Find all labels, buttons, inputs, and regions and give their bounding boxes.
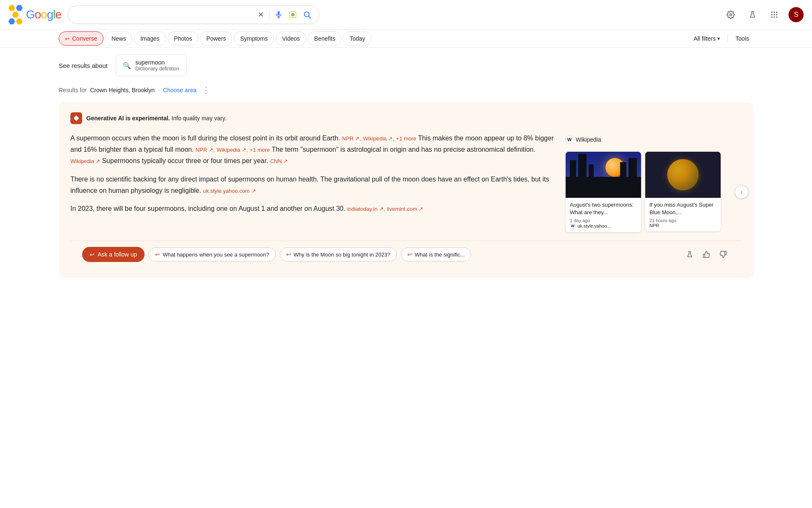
- choose-area-link[interactable]: Choose area: [163, 87, 197, 93]
- ai-disclaimer: Generative AI is experimental. Info qual…: [86, 115, 227, 122]
- followup-chip-2[interactable]: ↩ Why is the Moon so big tonight in 2023…: [280, 247, 397, 262]
- ai-answer-box: Generative AI is experimental. Info qual…: [59, 102, 753, 278]
- tab-powers[interactable]: Powers: [200, 31, 232, 46]
- honeycomb-decoration: [8, 5, 23, 24]
- see-results-chip-title: supermoon: [135, 59, 179, 66]
- wiki-w-badge: W: [566, 136, 573, 143]
- ref-wikipedia-1[interactable]: Wikipedia ↗,: [363, 135, 394, 142]
- svg-point-16: [776, 16, 777, 18]
- settings-button[interactable]: [723, 7, 738, 22]
- avatar[interactable]: S: [789, 7, 804, 22]
- logo-text: Google: [26, 8, 61, 21]
- followup-chip-3[interactable]: ↩ What is the signific...: [401, 247, 471, 262]
- card-2-source: NPR: [649, 223, 716, 228]
- ref-wikipedia-2[interactable]: Wikipedia ↗,: [217, 147, 248, 153]
- followup-chip-1[interactable]: ↩ What happens when you see a supermoon?: [149, 247, 275, 262]
- ai-feedback-section: [683, 248, 730, 261]
- ai-text-content: A supermoon occurs when the moon is full…: [70, 132, 556, 232]
- thumbs-up-icon: [703, 251, 710, 258]
- ai-paragraph-1: A supermoon occurs when the moon is full…: [70, 132, 556, 167]
- card-1-title: August's two supermoons: What are they..…: [570, 201, 637, 216]
- wikipedia-label: W Wikipedia: [566, 132, 742, 147]
- followup-bar: ↩ Ask a follow up ↩ What happens when yo…: [70, 241, 742, 268]
- ref-indiatoday[interactable]: indiatoday.in ↗,: [347, 206, 385, 212]
- svg-point-4: [292, 14, 294, 16]
- thumbs-down-button[interactable]: [716, 248, 730, 261]
- ref-wikipedia-3[interactable]: Wikipedia ↗: [70, 158, 100, 164]
- clear-button[interactable]: ✕: [257, 9, 265, 20]
- svg-point-12: [773, 14, 775, 15]
- search-bar: supermoon ✕: [68, 5, 319, 24]
- card-2-meta: 21 hours ago: [649, 218, 716, 223]
- thumbs-down-icon: [719, 251, 727, 258]
- ai-icon: [70, 112, 82, 124]
- location-separator: ·: [158, 87, 160, 93]
- flask-feedback-button[interactable]: [683, 248, 696, 261]
- search-bar-icons: ✕: [257, 9, 312, 20]
- location-more-options[interactable]: ⋮: [200, 85, 212, 96]
- wikipedia-source-section: W Wikipedia: [566, 132, 742, 147]
- see-results-label: See results about: [59, 62, 109, 69]
- ref-npr-1[interactable]: NPR ↗,: [342, 135, 361, 142]
- followup-chip-2-label: Why is the Moon so big tonight in 2023?: [294, 251, 390, 258]
- gear-icon: [727, 10, 735, 19]
- ai-content: A supermoon occurs when the moon is full…: [70, 132, 742, 232]
- svg-point-15: [773, 16, 775, 18]
- tab-images[interactable]: Images: [134, 31, 166, 46]
- tab-news-label: News: [111, 35, 126, 42]
- microphone-icon: [274, 10, 283, 19]
- ref-livemint[interactable]: livemint.com ↗: [387, 206, 424, 212]
- tab-benefits[interactable]: Benefits: [308, 31, 342, 46]
- voice-search-button[interactable]: [274, 10, 284, 20]
- ref-more-2[interactable]: +1 more: [250, 147, 270, 153]
- svg-point-13: [776, 14, 777, 15]
- ref-cnn[interactable]: CNN ↗: [270, 158, 288, 164]
- labs-button[interactable]: [745, 7, 760, 22]
- svg-point-10: [776, 12, 777, 13]
- wikipedia-source-label: Wikipedia: [576, 136, 601, 143]
- ref-more-1[interactable]: +1 more: [396, 135, 416, 142]
- card-2-caption: If you miss August's Super Blue Moon,...…: [645, 198, 721, 231]
- tab-symptoms[interactable]: Symptoms: [234, 31, 274, 46]
- ref-npr-2[interactable]: NPR ↗,: [196, 147, 215, 153]
- svg-point-11: [771, 14, 773, 15]
- svg-point-14: [771, 16, 773, 18]
- lens-search-button[interactable]: [288, 10, 298, 20]
- tab-videos[interactable]: Videos: [276, 31, 306, 46]
- tab-converse[interactable]: ↩ Converse: [59, 31, 103, 46]
- ai-paragraph-3: In 2023, there will be four supermoons, …: [70, 203, 556, 214]
- card-2-title: If you miss August's Super Blue Moon,...: [649, 201, 716, 216]
- ai-card-2[interactable]: If you miss August's Super Blue Moon,...…: [645, 152, 721, 231]
- carousel-next-button[interactable]: ›: [735, 185, 748, 199]
- thumbs-up-button[interactable]: [700, 248, 713, 261]
- svg-point-7: [730, 14, 732, 16]
- diamond-icon: [73, 115, 80, 122]
- tab-photos[interactable]: Photos: [168, 31, 199, 46]
- search-input[interactable]: supermoon: [75, 11, 253, 18]
- tab-symptoms-label: Symptoms: [240, 35, 268, 42]
- card-1-caption: August's two supermoons: What are they..…: [566, 198, 641, 232]
- followup-chip-2-icon: ↩: [286, 251, 291, 258]
- header-right: S: [723, 7, 804, 22]
- flask-icon: [748, 10, 757, 19]
- followup-arrow-icon: ↩: [90, 251, 94, 258]
- logo[interactable]: Google: [8, 5, 61, 24]
- labs-flask-icon: [686, 251, 693, 258]
- camera-icon: [289, 10, 297, 19]
- page-wrapper: Google supermoon ✕: [0, 0, 812, 278]
- ref-yahoo[interactable]: uk.style.yahoo.com ↗: [203, 188, 256, 194]
- search-submit-button[interactable]: [302, 10, 312, 20]
- tab-news[interactable]: News: [105, 31, 132, 46]
- svg-point-9: [773, 12, 775, 13]
- tabs-bar: ↩ Converse News Images Photos Powers Sym…: [0, 30, 812, 48]
- apps-button[interactable]: [767, 7, 782, 22]
- ask-followup-button[interactable]: ↩ Ask a follow up: [82, 247, 145, 262]
- converse-icon: ↩: [65, 36, 70, 42]
- tab-images-label: Images: [140, 35, 160, 42]
- tab-today[interactable]: Today: [343, 31, 371, 46]
- ai-card-1[interactable]: August's two supermoons: What are they..…: [566, 152, 641, 232]
- all-filters-button[interactable]: All filters ▾: [689, 33, 724, 44]
- tools-button[interactable]: Tools: [731, 33, 753, 44]
- location-name: Crown Heights, Brooklyn: [90, 87, 155, 93]
- see-results-chip[interactable]: 🔍 supermoon Dictionary definition: [116, 54, 186, 76]
